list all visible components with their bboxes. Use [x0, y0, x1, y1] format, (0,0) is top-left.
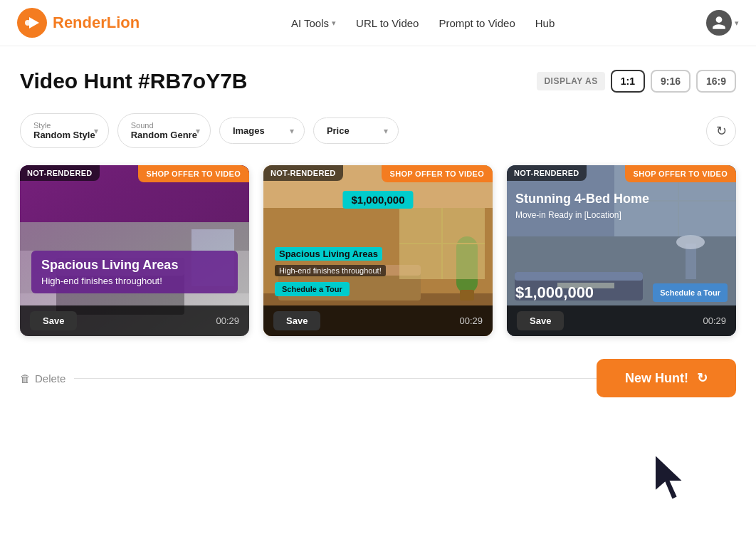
- nav-hub[interactable]: Hub: [535, 17, 555, 29]
- style-filter-label: Style: [33, 121, 51, 130]
- card-1-duration: 00:29: [216, 315, 239, 326]
- aspect-16-9-button[interactable]: 16:9: [696, 70, 736, 93]
- display-as-label: DISPLAY AS: [537, 72, 604, 90]
- logo-text: RenderLion: [53, 14, 140, 32]
- card-2-price: $1,000,000: [342, 191, 413, 209]
- price-chevron-icon: ▾: [384, 126, 388, 136]
- cursor: [649, 451, 692, 511]
- card-2-duration: 00:29: [459, 315, 483, 326]
- filter-refresh-button[interactable]: ↻: [706, 116, 736, 146]
- user-menu[interactable]: ▾: [706, 10, 739, 36]
- bottom-left: 🗑 Delete: [20, 372, 597, 385]
- user-icon: [711, 15, 727, 31]
- refresh-icon: ↻: [716, 123, 727, 139]
- new-hunt-refresh-icon: ↻: [697, 370, 708, 386]
- style-filter-value: Random Style: [33, 130, 95, 140]
- card-3-tour-button[interactable]: Schedule a Tour: [653, 283, 728, 302]
- card-2-cta[interactable]: Schedule a Tour: [275, 282, 350, 296]
- card-1-content: Spacious Living Areas High-end finishes …: [20, 242, 249, 302]
- card-1-save-button[interactable]: Save: [30, 311, 77, 330]
- images-filter-value: Images: [233, 125, 265, 136]
- nav-prompt-to-video[interactable]: Prompt to Video: [439, 17, 515, 29]
- card-1-subtitle: High-end finishes throughout!: [41, 276, 228, 286]
- style-chevron-icon: ▾: [94, 126, 98, 136]
- user-avatar[interactable]: [706, 10, 732, 36]
- card-3-subtitle: Move-in Ready in [Location]: [515, 210, 728, 220]
- delete-label: Delete: [35, 372, 65, 385]
- card-2-shop-button[interactable]: SHOP OFFER TO VIDEO: [382, 165, 493, 182]
- video-card-1[interactable]: NOT-RENDERED SHOP OFFER TO VIDEO Spaciou…: [20, 165, 249, 336]
- header: RenderLion AI Tools ▾ URL to Video Promp…: [0, 0, 756, 46]
- sound-filter[interactable]: Sound Random Genre ▾: [117, 113, 211, 148]
- bottom-divider: [74, 378, 597, 379]
- cards-grid: NOT-RENDERED SHOP OFFER TO VIDEO Spaciou…: [20, 165, 736, 336]
- nav: AI Tools ▾ URL to Video Prompt to Video …: [291, 17, 555, 29]
- svg-rect-27: [515, 272, 643, 281]
- images-chevron-icon: ▾: [290, 126, 294, 136]
- card-3-shop-button[interactable]: SHOP OFFER TO VIDEO: [625, 165, 736, 182]
- aspect-1-1-button[interactable]: 1:1: [611, 70, 645, 93]
- card-3-title: Stunning 4-Bed Home: [515, 191, 728, 207]
- card-1-title: Spacious Living Areas: [41, 258, 228, 273]
- user-chevron-icon: ▾: [735, 19, 739, 28]
- card-3-top-content: Stunning 4-Bed Home Move-in Ready in [Lo…: [515, 191, 728, 220]
- card-3-footer: Save 00:29: [507, 305, 736, 336]
- card-3-bottom-content: $1,000,000 Schedule a Tour: [515, 283, 728, 302]
- logo[interactable]: RenderLion: [17, 8, 140, 38]
- card-3-top-bar: NOT-RENDERED SHOP OFFER TO VIDEO: [507, 165, 736, 182]
- video-card-3[interactable]: NOT-RENDERED SHOP OFFER TO VIDEO Stunnin…: [507, 165, 736, 336]
- bottom-row: 🗑 Delete New Hunt! ↻: [20, 359, 736, 397]
- trash-icon: 🗑: [20, 372, 31, 385]
- card-1-text-overlay: Spacious Living Areas High-end finishes …: [31, 251, 238, 293]
- card-1-footer: Save 00:29: [20, 305, 249, 336]
- card-2-subtitle: High-end finishes throughout!: [275, 265, 386, 276]
- nav-url-to-video[interactable]: URL to Video: [356, 17, 419, 29]
- nav-ai-tools[interactable]: AI Tools ▾: [291, 17, 336, 29]
- card-3-duration: 00:29: [703, 315, 726, 326]
- svg-point-30: [676, 235, 705, 249]
- card-2-bottom-content: Spacious Living Areas High-end finishes …: [263, 241, 493, 302]
- bottom-right: New Hunt! ↻: [597, 359, 736, 397]
- card-3-status-badge: NOT-RENDERED: [507, 165, 587, 181]
- aspect-9-16-button[interactable]: 9:16: [651, 70, 691, 93]
- card-2-status-badge: NOT-RENDERED: [263, 165, 343, 181]
- card-1-status-badge: NOT-RENDERED: [20, 165, 100, 181]
- page-title: Video Hunt #RB7oY7B: [20, 69, 248, 93]
- card-1-shop-button[interactable]: SHOP OFFER TO VIDEO: [138, 165, 249, 182]
- video-card-2[interactable]: NOT-RENDERED SHOP OFFER TO VIDEO $1,000,…: [263, 165, 493, 336]
- new-hunt-button[interactable]: New Hunt! ↻: [597, 359, 736, 397]
- sound-filter-label: Sound: [131, 121, 154, 130]
- sound-filter-value: Random Genre: [131, 130, 197, 140]
- sound-chevron-icon: ▾: [196, 126, 200, 136]
- filters-row: Style Random Style ▾ Sound Random Genre …: [20, 113, 736, 148]
- svg-point-2: [25, 20, 31, 26]
- card-2-top-bar: NOT-RENDERED SHOP OFFER TO VIDEO: [263, 165, 493, 182]
- chevron-down-icon: ▾: [332, 19, 336, 28]
- svg-marker-34: [655, 454, 683, 500]
- display-controls: DISPLAY AS 1:1 9:16 16:9: [537, 70, 736, 93]
- price-filter-value: Price: [327, 125, 350, 136]
- logo-icon: [17, 8, 47, 38]
- delete-button[interactable]: 🗑 Delete: [20, 372, 65, 385]
- title-row: Video Hunt #RB7oY7B DISPLAY AS 1:1 9:16 …: [20, 69, 736, 93]
- card-3-save-button[interactable]: Save: [517, 311, 564, 330]
- price-filter[interactable]: Price ▾: [313, 117, 399, 144]
- new-hunt-label: New Hunt!: [625, 371, 688, 386]
- card-2-save-button[interactable]: Save: [273, 311, 320, 330]
- card-1-top-bar: NOT-RENDERED SHOP OFFER TO VIDEO: [20, 165, 249, 182]
- card-2-footer: Save 00:29: [263, 305, 493, 336]
- images-filter[interactable]: Images ▾: [219, 117, 305, 144]
- style-filter[interactable]: Style Random Style ▾: [20, 113, 109, 148]
- main-content: Video Hunt #RB7oY7B DISPLAY AS 1:1 9:16 …: [0, 46, 756, 420]
- card-2-title: Spacious Living Areas: [275, 247, 382, 261]
